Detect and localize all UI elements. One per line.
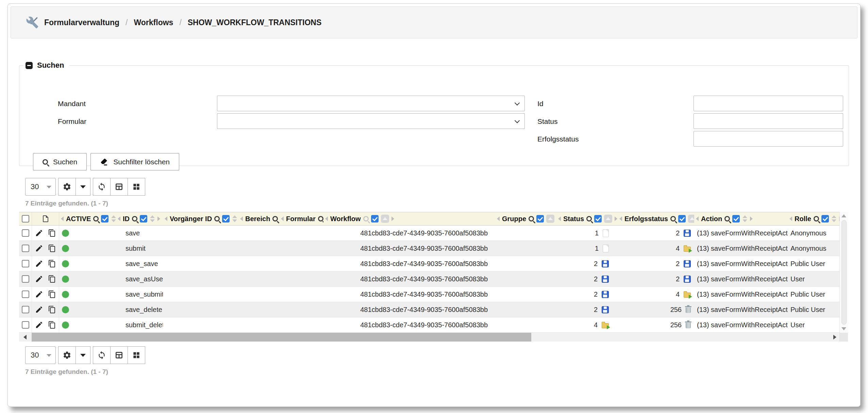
select-all-checkbox[interactable] <box>22 215 29 222</box>
chevron-left-icon[interactable] <box>118 216 120 221</box>
table-row[interactable]: save_asUser 481cbd83-cde7-4349-9035-7600… <box>19 271 839 287</box>
vertical-scrollbar-thumb[interactable] <box>841 220 847 325</box>
edit-icon[interactable] <box>35 244 43 252</box>
chevron-left-icon[interactable] <box>558 216 561 221</box>
table-row[interactable]: save_delete 481cbd83-cde7-4349-9035-7600… <box>19 302 839 317</box>
table-row[interactable]: save_submit 481cbd83-cde7-4349-9035-7600… <box>19 287 839 302</box>
copy-icon[interactable] <box>48 321 56 329</box>
chevron-left-icon[interactable] <box>325 216 328 221</box>
search-icon[interactable] <box>272 216 278 221</box>
vertical-scrollbar[interactable] <box>839 212 848 333</box>
sort-icon[interactable] <box>111 215 116 223</box>
table-row[interactable]: submit_delete 481cbd83-cde7-4349-9035-76… <box>19 317 839 333</box>
column-header[interactable]: Erfolgsstatus <box>618 212 694 225</box>
sort-icon[interactable] <box>232 215 237 223</box>
sort-icon[interactable] <box>742 215 748 223</box>
column-header[interactable]: Action <box>694 212 788 225</box>
search-icon[interactable] <box>132 216 137 221</box>
sort-asc-icon[interactable] <box>604 215 612 223</box>
scroll-up-icon[interactable] <box>841 214 846 217</box>
row-checkbox[interactable] <box>22 291 29 298</box>
chevron-left-icon[interactable] <box>619 216 622 221</box>
breadcrumb-item-workflows[interactable]: Workflows <box>134 18 173 27</box>
settings-menu-button[interactable] <box>76 178 90 196</box>
sort-asc-icon[interactable] <box>546 215 554 223</box>
table-row[interactable]: save 481cbd83-cde7-4349-9035-7600af5083b… <box>19 226 839 241</box>
search-icon[interactable] <box>214 216 220 221</box>
table-row[interactable]: submit 481cbd83-cde7-4349-9035-7600af508… <box>19 241 839 256</box>
formular-select[interactable] <box>217 113 525 129</box>
sort-icon[interactable] <box>150 215 155 223</box>
copy-icon[interactable] <box>48 229 56 237</box>
column-header[interactable]: Rolle <box>788 212 839 225</box>
chevron-right-icon[interactable] <box>157 216 160 221</box>
sort-icon[interactable] <box>831 215 837 223</box>
row-checkbox[interactable] <box>22 306 29 313</box>
search-icon[interactable] <box>586 216 592 221</box>
scroll-right-icon[interactable] <box>830 333 839 342</box>
column-header[interactable]: ID <box>116 212 163 225</box>
breadcrumb-item-module[interactable]: Formularverwaltung <box>44 18 119 27</box>
horizontal-scrollbar[interactable] <box>19 333 848 342</box>
column-filter-checkbox[interactable] <box>678 215 686 222</box>
sort-asc-icon[interactable] <box>381 215 389 223</box>
search-icon[interactable] <box>93 216 99 221</box>
sort-asc-icon[interactable] <box>688 215 694 223</box>
column-filter-checkbox[interactable] <box>594 215 602 222</box>
settings-button[interactable] <box>58 178 76 196</box>
column-header[interactable]: Bereich <box>238 212 279 225</box>
settings-button[interactable] <box>58 346 76 364</box>
table-view-button[interactable] <box>110 346 128 364</box>
chevron-left-icon[interactable] <box>497 216 500 221</box>
grid-view-button[interactable] <box>128 346 145 364</box>
refresh-button[interactable] <box>93 178 111 196</box>
search-icon[interactable] <box>318 216 323 221</box>
column-filter-checkbox[interactable] <box>821 215 829 222</box>
mandant-select[interactable] <box>217 96 525 111</box>
edit-icon[interactable] <box>35 275 43 283</box>
column-filter-checkbox[interactable] <box>536 215 544 222</box>
column-header[interactable]: Vorgänger ID <box>163 212 238 225</box>
copy-icon[interactable] <box>48 275 56 283</box>
chevron-left-icon[interactable] <box>165 216 167 221</box>
scroll-down-icon[interactable] <box>841 327 846 330</box>
scroll-left-icon[interactable] <box>19 333 31 342</box>
chevron-right-icon[interactable] <box>750 216 753 221</box>
chevron-left-icon[interactable] <box>789 216 792 221</box>
row-checkbox[interactable] <box>22 321 29 329</box>
column-filter-checkbox[interactable] <box>222 215 230 222</box>
erfolgsstatus-input[interactable] <box>694 131 843 147</box>
chevron-right-icon[interactable] <box>391 216 394 221</box>
new-document-icon[interactable] <box>41 215 50 223</box>
refresh-button[interactable] <box>93 346 111 364</box>
copy-icon[interactable] <box>48 305 56 314</box>
search-icon[interactable] <box>814 216 819 221</box>
collapse-icon[interactable] <box>26 62 33 69</box>
search-button[interactable]: Suchen <box>33 153 87 170</box>
column-filter-checkbox[interactable] <box>101 215 108 222</box>
table-row[interactable]: save_save 481cbd83-cde7-4349-9035-7600af… <box>19 256 839 271</box>
edit-icon[interactable] <box>35 321 43 329</box>
copy-icon[interactable] <box>48 260 56 268</box>
table-view-button[interactable] <box>110 178 128 196</box>
copy-icon[interactable] <box>48 244 56 252</box>
column-header[interactable]: Status <box>556 212 618 225</box>
search-icon[interactable] <box>670 216 676 221</box>
chevron-left-icon[interactable] <box>281 216 284 221</box>
column-header[interactable]: Gruppe <box>495 212 556 225</box>
status-input[interactable] <box>694 113 843 129</box>
row-checkbox[interactable] <box>22 245 29 252</box>
edit-icon[interactable] <box>35 229 43 237</box>
edit-icon[interactable] <box>35 305 43 314</box>
horizontal-scrollbar-thumb[interactable] <box>32 333 531 342</box>
edit-icon[interactable] <box>35 260 43 268</box>
search-icon[interactable] <box>724 216 730 221</box>
column-filter-checkbox[interactable] <box>732 215 740 222</box>
column-header[interactable]: ACTIVE <box>59 212 116 225</box>
id-input[interactable] <box>694 96 843 111</box>
column-filter-checkbox[interactable] <box>140 215 147 222</box>
horizontal-scrollbar-track[interactable] <box>31 333 830 342</box>
page-size-select[interactable]: 30 <box>25 346 56 364</box>
search-icon[interactable] <box>363 216 369 221</box>
row-checkbox[interactable] <box>22 275 29 283</box>
